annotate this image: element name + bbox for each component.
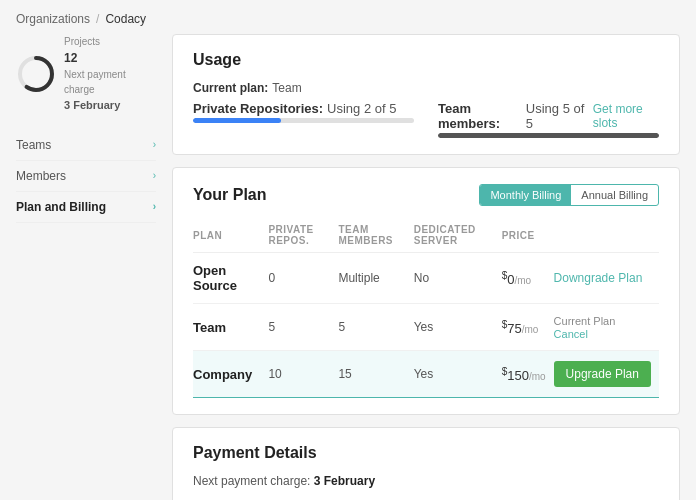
plan-server-company: Yes — [414, 351, 502, 398]
plan-action-company: Upgrade Plan — [554, 351, 659, 398]
private-repos-value: Using 2 of 5 — [327, 101, 396, 116]
team-members-bar-group: Team members: Using 5 of 5 Get more slot… — [438, 101, 659, 138]
plan-table: Plan Private Repos. Team Members Dedicat… — [193, 218, 659, 398]
plan-repos-open-source: 0 — [268, 253, 338, 304]
col-private-repos: Private Repos. — [268, 218, 338, 253]
sidebar-item-teams[interactable]: Teams › — [16, 130, 156, 161]
private-repos-bar-group: Private Repositories: Using 2 of 5 — [193, 101, 414, 138]
chevron-icon-plan-billing: › — [153, 201, 156, 212]
chevron-icon-teams: › — [153, 139, 156, 150]
billing-toggle: Monthly Billing Annual Billing — [479, 184, 659, 206]
main-content: Usage Current plan: Team Private Reposit… — [172, 34, 680, 500]
get-more-link[interactable]: Get more slots — [593, 102, 659, 130]
org-info: Projects 12 Next payment charge 3 Februa… — [16, 34, 156, 114]
org-avatar-svg — [16, 54, 56, 94]
upgrade-plan-button[interactable]: Upgrade Plan — [554, 361, 651, 387]
plan-price-open-source: $0/mo — [502, 253, 554, 304]
next-charge-label: Next payment charge — [64, 67, 156, 97]
col-action — [554, 218, 659, 253]
usage-card: Usage Current plan: Team Private Reposit… — [172, 34, 680, 155]
sidebar-label-teams: Teams — [16, 138, 51, 152]
monthly-billing-btn[interactable]: Monthly Billing — [480, 185, 571, 205]
plan-row-team: Team 5 5 Yes $75/mo Current Plan — [193, 304, 659, 351]
next-payment-value: 3 February — [314, 474, 375, 488]
annual-billing-btn[interactable]: Annual Billing — [571, 185, 658, 205]
sidebar-item-members[interactable]: Members › — [16, 161, 156, 192]
sidebar: Projects 12 Next payment charge 3 Februa… — [16, 34, 156, 500]
plan-name-company: Company — [193, 351, 268, 398]
col-plan: Plan — [193, 218, 268, 253]
org-details: Projects 12 Next payment charge 3 Februa… — [64, 34, 156, 114]
private-repos-fill — [193, 118, 281, 123]
next-charge-date: 3 February — [64, 97, 156, 114]
plan-server-open-source: No — [414, 253, 502, 304]
plan-header: Your Plan Monthly Billing Annual Billing — [193, 184, 659, 206]
usage-title: Usage — [193, 51, 659, 69]
plan-title: Your Plan — [193, 186, 267, 204]
plan-action-open-source: Downgrade Plan — [554, 253, 659, 304]
plan-price-team: $75/mo — [502, 304, 554, 351]
plan-table-header: Plan Private Repos. Team Members Dedicat… — [193, 218, 659, 253]
org-avatar — [16, 54, 56, 94]
private-repos-track — [193, 118, 414, 123]
current-plan-badge: Current Plan — [554, 315, 616, 327]
sidebar-item-plan-billing[interactable]: Plan and Billing › — [16, 192, 156, 223]
plan-server-team: Yes — [414, 304, 502, 351]
cancel-plan-link[interactable]: Cancel — [554, 328, 651, 340]
chevron-icon-members: › — [153, 170, 156, 181]
col-team-members: Team Members — [338, 218, 413, 253]
private-repos-label: Private Repositories: — [193, 101, 323, 116]
payment-details-card: Payment Details Next payment charge: 3 F… — [172, 427, 680, 500]
team-members-value: Using 5 of 5 — [526, 101, 585, 131]
sidebar-label-plan-billing: Plan and Billing — [16, 200, 106, 214]
breadcrumb-parent[interactable]: Organizations — [16, 12, 90, 26]
sidebar-label-members: Members — [16, 169, 66, 183]
downgrade-plan-link[interactable]: Downgrade Plan — [554, 271, 643, 285]
breadcrumb-separator: / — [96, 12, 99, 26]
breadcrumb-current: Codacy — [105, 12, 146, 26]
projects-count: 12 — [64, 49, 156, 67]
team-members-fill — [438, 133, 659, 138]
projects-label: Projects — [64, 34, 156, 49]
plan-row-company: Company 10 15 Yes $150/mo Upgrade Plan — [193, 351, 659, 398]
plan-row-open-source: Open Source 0 Multiple No $0/mo Downgrad… — [193, 253, 659, 304]
plan-name-team: Team — [193, 304, 268, 351]
plan-price-company: $150/mo — [502, 351, 554, 398]
breadcrumb: Organizations / Codacy — [0, 0, 696, 34]
payment-title: Payment Details — [193, 444, 659, 462]
plan-repos-company: 10 — [268, 351, 338, 398]
col-dedicated-server: Dedicated Server — [414, 218, 502, 253]
plan-members-company: 15 — [338, 351, 413, 398]
team-members-label: Team members: — [438, 101, 522, 131]
next-payment-row: Next payment charge: 3 February — [193, 474, 659, 488]
current-plan-value: Team — [272, 81, 301, 95]
plan-action-team: Current Plan Cancel — [554, 304, 659, 351]
plan-members-team: 5 — [338, 304, 413, 351]
your-plan-card: Your Plan Monthly Billing Annual Billing… — [172, 167, 680, 415]
plan-repos-team: 5 — [268, 304, 338, 351]
plan-members-open-source: Multiple — [338, 253, 413, 304]
next-payment-label: Next payment charge: — [193, 474, 310, 488]
plan-name-open-source: Open Source — [193, 253, 268, 304]
usage-bars: Private Repositories: Using 2 of 5 Team … — [193, 101, 659, 138]
team-members-track — [438, 133, 659, 138]
current-plan-row: Current plan: Team — [193, 81, 659, 95]
sidebar-nav: Teams › Members › Plan and Billing › — [16, 130, 156, 223]
col-price: Price — [502, 218, 554, 253]
current-plan-label: Current plan: — [193, 81, 268, 95]
